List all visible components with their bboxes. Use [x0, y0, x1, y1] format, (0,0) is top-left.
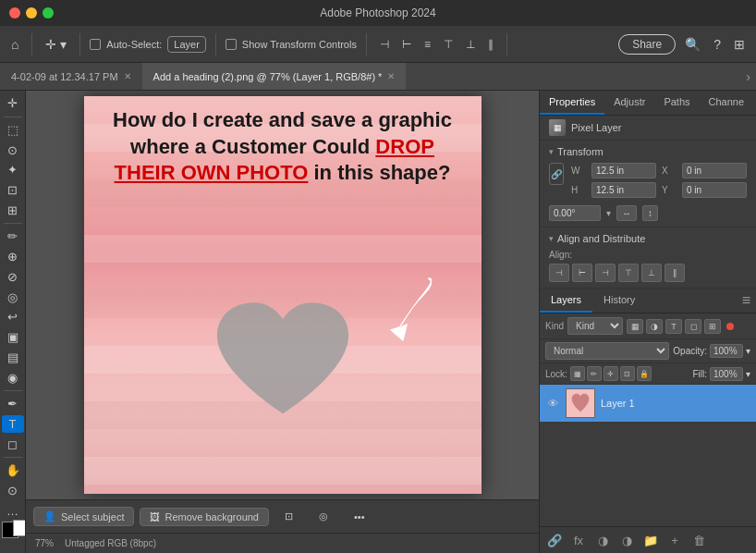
- add-mask-button[interactable]: ◑: [593, 531, 612, 549]
- pen-tool[interactable]: ✒: [2, 395, 24, 413]
- auto-select-checkbox[interactable]: [90, 39, 101, 50]
- lock-all-btn[interactable]: 🔒: [637, 366, 652, 381]
- width-input[interactable]: [591, 163, 656, 178]
- help-button[interactable]: ?: [710, 35, 725, 54]
- maximize-button[interactable]: [43, 7, 54, 18]
- home-button[interactable]: ⌂: [7, 35, 22, 54]
- hand-tool[interactable]: ✋: [2, 461, 24, 480]
- filter-adjust-icon[interactable]: ◑: [646, 319, 663, 334]
- clone-tool[interactable]: ◎: [2, 288, 24, 306]
- crop-options-button[interactable]: ⊡: [274, 507, 303, 526]
- tab-chevron[interactable]: ›: [746, 69, 750, 84]
- align-bottom-btn[interactable]: ∥: [665, 264, 685, 282]
- align-btn-2[interactable]: ⊢: [398, 36, 415, 53]
- align-btn-1[interactable]: ⊣: [376, 36, 393, 53]
- gradient-tool[interactable]: ▤: [2, 348, 24, 366]
- lock-pixels-btn[interactable]: ✏: [587, 366, 602, 381]
- remove-background-button[interactable]: 🖼 Remove background: [140, 508, 269, 526]
- zoom-tool[interactable]: ⊙: [2, 482, 24, 500]
- shape-tool[interactable]: ◻: [2, 435, 24, 453]
- align-left-btn[interactable]: ⊣: [549, 264, 569, 282]
- align-btn-4[interactable]: ⊤: [440, 36, 457, 53]
- move-tool-options[interactable]: ✛ ▾: [42, 35, 70, 54]
- transform-section: ▾ Transform 🔗 W X H: [540, 141, 756, 227]
- align-top-btn[interactable]: ⊤: [618, 264, 639, 282]
- height-input[interactable]: [591, 182, 656, 198]
- tab-close-active[interactable]: ✕: [387, 71, 395, 81]
- tab-paths[interactable]: Paths: [654, 91, 699, 115]
- minimize-button[interactable]: [26, 7, 37, 18]
- marquee-tool[interactable]: ⬚: [2, 121, 24, 140]
- canvas-container[interactable]: How do I create and save a graphic where…: [26, 91, 539, 499]
- dodge-tool[interactable]: ◉: [2, 368, 24, 387]
- layer-visibility-eye[interactable]: 👁: [545, 396, 560, 411]
- fill-chevron: ▾: [746, 369, 750, 379]
- select-subject-button[interactable]: 👤 Select subject: [33, 507, 134, 526]
- frame-tool[interactable]: ⊞: [2, 202, 24, 220]
- tab-history[interactable]: History: [592, 289, 646, 313]
- filter-pixel-icon[interactable]: ▦: [627, 319, 643, 334]
- title-bar: Adobe Photoshop 2024: [0, 0, 756, 26]
- tab-properties[interactable]: Properties: [540, 91, 604, 115]
- delete-layer-button[interactable]: 🗑: [689, 531, 708, 549]
- more-tools[interactable]: …: [2, 501, 24, 520]
- tab-inactive[interactable]: 4-02-09 at 12.34.17 PM ✕: [0, 63, 142, 90]
- pixel-layer-icon: ▦: [549, 119, 566, 136]
- transform-controls-checkbox[interactable]: [226, 39, 237, 50]
- link-layers-button[interactable]: 🔗: [545, 531, 564, 549]
- more-options-button[interactable]: •••: [344, 508, 375, 526]
- tab-layers[interactable]: Layers: [540, 289, 592, 313]
- new-layer-button[interactable]: +: [665, 531, 684, 549]
- flip-v-btn[interactable]: ↕: [642, 205, 658, 221]
- align-center-h-btn[interactable]: ⊢: [572, 264, 592, 282]
- brush-tool[interactable]: ⊘: [2, 268, 24, 287]
- spot-heal-tool[interactable]: ⊕: [2, 248, 24, 266]
- history-brush-tool[interactable]: ↩: [2, 308, 24, 326]
- flip-h-btn[interactable]: ↔: [616, 205, 637, 221]
- move-tool[interactable]: ✛: [2, 94, 24, 113]
- y-input[interactable]: [682, 182, 747, 198]
- filter-text-icon[interactable]: T: [665, 319, 682, 334]
- eraser-tool[interactable]: ▣: [2, 328, 24, 347]
- auto-select-dropdown[interactable]: Layer: [167, 36, 206, 53]
- tab-adjustments[interactable]: Adjustr: [604, 91, 654, 115]
- window-button[interactable]: ⊞: [730, 35, 749, 54]
- fill-input[interactable]: [710, 367, 743, 381]
- background-color[interactable]: [13, 520, 27, 536]
- align-btn-3[interactable]: ≡: [421, 36, 434, 53]
- lock-position-btn[interactable]: ✛: [604, 366, 618, 381]
- align-right-btn[interactable]: ⊣: [595, 264, 616, 282]
- text-tool[interactable]: T: [2, 415, 24, 434]
- align-btn-5[interactable]: ⊥: [462, 36, 479, 53]
- angle-input[interactable]: [549, 205, 601, 221]
- opacity-input[interactable]: [710, 344, 743, 358]
- close-button[interactable]: [9, 7, 20, 18]
- toolbar-separator-3: [215, 33, 216, 55]
- lock-transparent-btn[interactable]: ▦: [570, 366, 585, 381]
- new-group-button[interactable]: 📁: [641, 531, 660, 549]
- filter-shape-icon[interactable]: ◻: [685, 319, 701, 334]
- layer-row[interactable]: 👁 Layer 1: [540, 385, 756, 422]
- share-button[interactable]: Share: [618, 34, 676, 55]
- align-btn-6[interactable]: ∥: [484, 36, 497, 53]
- search-button[interactable]: 🔍: [681, 35, 704, 54]
- lock-artboard-btn[interactable]: ⊡: [620, 366, 635, 381]
- tab-channels[interactable]: Channe: [700, 91, 754, 115]
- filter-smart-icon[interactable]: ⊞: [704, 319, 721, 334]
- target-button[interactable]: ◎: [309, 507, 338, 526]
- align-center-v-btn[interactable]: ⊥: [641, 264, 662, 282]
- quick-select-tool[interactable]: ✦: [2, 161, 24, 179]
- eyedropper-tool[interactable]: ✏: [2, 227, 24, 246]
- layers-menu-button[interactable]: ≡: [737, 289, 756, 313]
- tab-close-inactive[interactable]: ✕: [124, 71, 131, 81]
- link-icon[interactable]: 🔗: [549, 163, 564, 185]
- blend-mode-select[interactable]: Normal: [545, 342, 669, 360]
- tab-active[interactable]: Add a heading (2).png @ 77% (Layer 1, RG…: [142, 63, 407, 90]
- kind-select[interactable]: Kind: [567, 317, 623, 335]
- lasso-tool[interactable]: ⊙: [2, 141, 24, 159]
- layers-panel: Layers History ≡ Kind Kind ▦ ◑ T ◻ ⊞: [540, 289, 756, 553]
- add-fx-button[interactable]: fx: [569, 531, 588, 549]
- x-input[interactable]: [682, 163, 747, 178]
- new-adjustment-button[interactable]: ◑: [617, 531, 636, 549]
- crop-tool[interactable]: ⊡: [2, 181, 24, 200]
